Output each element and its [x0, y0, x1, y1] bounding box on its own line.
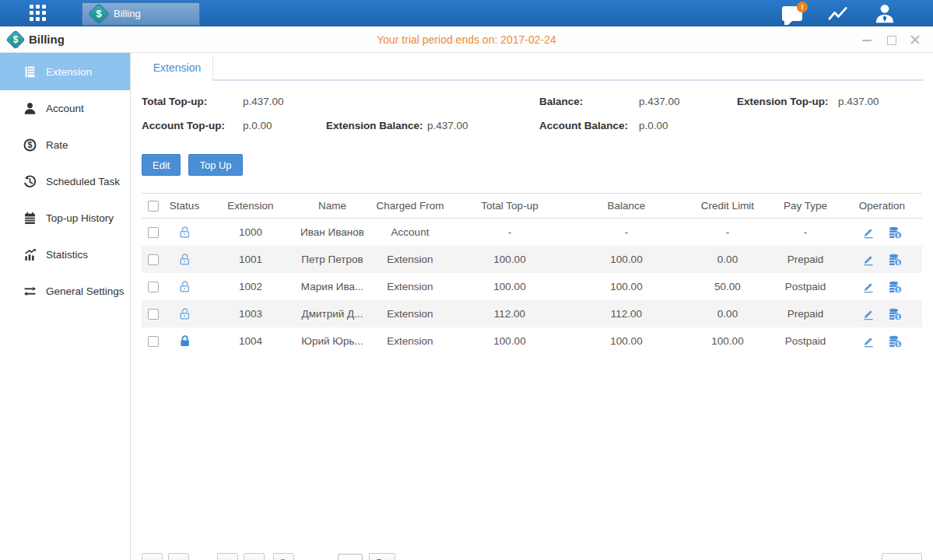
- page-size-select[interactable]: 10: [882, 553, 922, 560]
- unlocked-icon: [178, 226, 191, 239]
- user-icon[interactable]: [874, 3, 896, 23]
- sidebar-item-scheduled-task[interactable]: Scheduled Task: [0, 163, 130, 200]
- unlocked-icon: [178, 280, 191, 293]
- edit-pencil-icon[interactable]: [862, 254, 875, 266]
- dollar-coin-icon: $: [23, 138, 37, 152]
- cell-credit-limit: 0.00: [686, 308, 769, 320]
- sliders-icon: [23, 285, 37, 298]
- edit-button[interactable]: Edit: [142, 154, 181, 176]
- locked-icon: [178, 334, 191, 348]
- minimize-icon[interactable]: [861, 34, 872, 45]
- row-checkbox[interactable]: [148, 254, 159, 265]
- refresh-icon[interactable]: [273, 553, 294, 560]
- row-checkbox[interactable]: [148, 336, 159, 347]
- close-icon[interactable]: [910, 34, 921, 45]
- cell-balance: 100.00: [566, 335, 686, 347]
- sidebar: Extension Account $ Rate Scheduled Task: [0, 53, 131, 560]
- edit-pencil-icon[interactable]: [862, 226, 875, 239]
- row-checkbox[interactable]: [148, 309, 159, 320]
- tab-extension[interactable]: Extension: [142, 54, 213, 81]
- cell-operation: $: [842, 226, 922, 239]
- cell-total-topup: -: [453, 226, 566, 238]
- taskbar-tab-billing[interactable]: $ Billing: [82, 2, 200, 26]
- extension-topup-value: p.437.00: [838, 96, 923, 107]
- table-row: 1004Юрий Юрь...Extension100.00100.00100.…: [142, 327, 922, 355]
- sidebar-item-label: Statistics: [46, 249, 88, 261]
- page-indicator: 1/1: [196, 558, 210, 560]
- pagination-bar: 1/1 Go to Go Displaying 1 - 5 of 5 10: [142, 552, 922, 560]
- header-credit-limit: Credit Limit: [686, 200, 769, 212]
- cell-total-topup: 100.00: [453, 281, 566, 292]
- cell-extension: 1001: [204, 254, 297, 265]
- cell-credit-limit: 50.00: [686, 281, 769, 292]
- top-up-coins-icon[interactable]: $: [888, 335, 902, 348]
- cell-pay-type: Prepaid: [769, 254, 842, 265]
- cell-extension: 1002: [204, 281, 297, 292]
- cell-operation: $: [842, 308, 922, 320]
- header-status: Status: [165, 200, 204, 212]
- extension-table: Status Extension Name Charged From Total…: [142, 193, 922, 355]
- sidebar-item-extension[interactable]: Extension: [0, 53, 130, 90]
- cell-balance: 100.00: [566, 281, 686, 292]
- edit-pencil-icon[interactable]: [862, 308, 875, 320]
- cell-extension: 1003: [204, 308, 297, 320]
- billing-window-icon: $: [8, 32, 23, 47]
- account-balance-label: Account Balance:: [539, 120, 639, 131]
- row-checkbox[interactable]: [148, 227, 159, 238]
- cell-extension: 1004: [204, 335, 297, 347]
- cell-credit-limit: 100.00: [686, 335, 769, 347]
- sidebar-item-rate[interactable]: $ Rate: [0, 127, 130, 163]
- top-up-coins-icon[interactable]: $: [888, 308, 902, 320]
- cell-name: Петр Петров: [297, 254, 367, 265]
- table-row: 1001Петр ПетровExtension100.00100.000.00…: [142, 246, 922, 273]
- sidebar-item-label: Account: [46, 103, 84, 114]
- extension-balance-label: Extension Balance:: [326, 120, 427, 131]
- header-operation: Operation: [842, 200, 922, 212]
- balance-value: p.437.00: [639, 96, 737, 107]
- sidebar-item-topup-history[interactable]: Top-up History: [0, 200, 130, 236]
- svg-text:$: $: [896, 232, 900, 238]
- sidebar-item-account[interactable]: Account: [0, 90, 130, 127]
- header-name: Name: [297, 200, 367, 212]
- cell-balance: -: [566, 226, 686, 238]
- cell-pay-type: Prepaid: [769, 308, 842, 320]
- row-checkbox[interactable]: [148, 282, 159, 292]
- svg-text:$: $: [896, 313, 900, 320]
- go-button[interactable]: Go: [369, 553, 395, 560]
- prev-page-icon[interactable]: [168, 553, 189, 560]
- taskbar-tab-label: Billing: [114, 8, 141, 19]
- top-up-coins-icon[interactable]: $: [888, 226, 902, 239]
- notepad-icon: [23, 212, 37, 225]
- select-all-checkbox[interactable]: [148, 201, 159, 212]
- extension-topup-label: Extension Top-up:: [737, 96, 838, 107]
- sidebar-item-general-settings[interactable]: General Settings: [0, 273, 130, 310]
- unlocked-icon: [178, 307, 191, 320]
- cell-extension: 1000: [204, 226, 297, 238]
- header-balance: Balance: [566, 200, 686, 212]
- trial-notice: Your trial period ends on: 2017-02-24: [0, 33, 933, 46]
- cell-operation: $: [842, 335, 922, 348]
- top-up-coins-icon[interactable]: $: [888, 281, 902, 293]
- top-up-button[interactable]: Top Up: [188, 154, 242, 176]
- next-page-icon[interactable]: [217, 553, 238, 560]
- cell-charged-from: Extension: [367, 281, 453, 292]
- apps-grid-icon[interactable]: [30, 5, 47, 22]
- sidebar-item-statistics[interactable]: Statistics: [0, 236, 130, 273]
- sidebar-item-label: Scheduled Task: [46, 176, 120, 187]
- messages-icon[interactable]: !: [782, 6, 802, 21]
- goto-page-input[interactable]: [338, 554, 363, 560]
- cell-operation: $: [842, 281, 922, 293]
- top-up-coins-icon[interactable]: $: [888, 254, 902, 266]
- first-page-icon[interactable]: [142, 553, 163, 560]
- edit-pencil-icon[interactable]: [862, 281, 875, 293]
- maximize-icon[interactable]: [886, 34, 896, 45]
- displaying-text: Displaying 1 - 5 of 5: [783, 558, 872, 560]
- last-page-icon[interactable]: [244, 553, 265, 560]
- edit-pencil-icon[interactable]: [862, 335, 875, 348]
- notification-badge: !: [797, 2, 808, 12]
- account-topup-value: p.0.00: [243, 120, 326, 131]
- statistics-chart-icon[interactable]: [826, 5, 851, 22]
- cell-pay-type: Postpaid: [769, 335, 842, 347]
- goto-label: Go to: [306, 558, 331, 560]
- header-extension: Extension: [204, 200, 297, 212]
